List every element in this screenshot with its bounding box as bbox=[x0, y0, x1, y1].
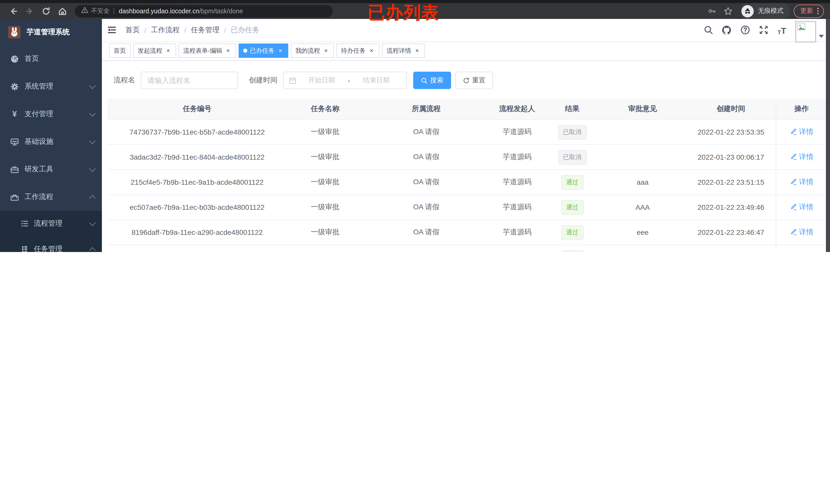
toolbox-icon bbox=[10, 193, 19, 201]
dashboard-icon bbox=[10, 55, 19, 63]
close-icon[interactable]: × bbox=[414, 47, 420, 54]
search-button[interactable]: 搜索 bbox=[413, 72, 451, 89]
breadcrumb-separator: / bbox=[184, 26, 186, 34]
font-size-icon[interactable]: TT bbox=[777, 25, 787, 35]
app-title: 芋道管理系统 bbox=[27, 27, 70, 37]
edit-icon bbox=[790, 178, 797, 186]
tab-form-edit[interactable]: 流程表单-编辑× bbox=[179, 43, 236, 58]
calendar-icon bbox=[289, 76, 296, 84]
search-icon[interactable] bbox=[703, 25, 713, 35]
help-icon[interactable] bbox=[740, 25, 750, 35]
chevron-up-icon bbox=[89, 195, 95, 201]
col-process: 所属流程 bbox=[363, 104, 489, 113]
update-button[interactable]: 更新 bbox=[794, 4, 824, 18]
chevron-down-icon bbox=[89, 219, 95, 226]
sidebar-item-infra[interactable]: 基础设施 bbox=[0, 128, 102, 156]
gear-icon bbox=[10, 82, 19, 91]
home-icon[interactable] bbox=[58, 6, 67, 15]
sidebar-item-workflow[interactable]: 工作流程 bbox=[0, 183, 102, 211]
sidebar-item-label: 基础设施 bbox=[25, 137, 53, 146]
close-icon[interactable]: × bbox=[225, 47, 231, 54]
tab-todo-tasks[interactable]: 待办任务× bbox=[337, 43, 379, 58]
yen-icon: ¥ bbox=[10, 110, 19, 119]
avatar-menu[interactable] bbox=[795, 19, 825, 41]
avatar[interactable] bbox=[795, 21, 816, 42]
not-secure-icon bbox=[81, 6, 89, 16]
breadcrumb-task-mgmt[interactable]: 任务管理 bbox=[191, 25, 220, 35]
reset-button[interactable]: 重置 bbox=[455, 72, 493, 89]
refresh-icon bbox=[463, 77, 470, 83]
address-bar[interactable]: 不安全 dashboard.yudao.iocoder.cn/bpm/task/… bbox=[75, 5, 333, 17]
chevron-down-icon bbox=[89, 82, 95, 89]
forward-icon[interactable] bbox=[25, 6, 34, 15]
detail-button[interactable]: 详情 bbox=[790, 153, 813, 162]
close-icon[interactable]: × bbox=[323, 47, 329, 54]
close-icon[interactable]: × bbox=[368, 47, 375, 54]
incognito-icon bbox=[741, 5, 754, 17]
chevron-up-icon bbox=[89, 247, 95, 252]
tab-process-detail[interactable]: 流程详情× bbox=[382, 43, 425, 58]
breadcrumb-workflow[interactable]: 工作流程 bbox=[151, 25, 180, 35]
tab-start-process[interactable]: 发起流程× bbox=[133, 43, 176, 58]
tab-done-tasks[interactable]: 已办任务× bbox=[238, 43, 288, 58]
breadcrumb: 首页 / 工作流程 / 任务管理 / 已办任务 bbox=[125, 25, 259, 35]
sidebar-item-home[interactable]: 首页 bbox=[0, 45, 102, 73]
sidebar-item-payment[interactable]: ¥ 支付管理 bbox=[0, 100, 102, 128]
sidebar-item-task-mgmt[interactable]: 任务管理 bbox=[0, 236, 102, 252]
breadcrumb-home[interactable]: 首页 bbox=[125, 25, 140, 35]
close-icon[interactable]: × bbox=[277, 47, 284, 54]
detail-button[interactable]: 详情 bbox=[790, 203, 813, 212]
sidebar: 芋道管理系统 首页 系统管理 ¥ 支付管理 基础设施 bbox=[0, 19, 102, 252]
col-comment: 审批意见 bbox=[599, 104, 686, 113]
back-icon[interactable] bbox=[9, 6, 18, 15]
done-task-table: 任务编号 任务名称 所属流程 流程发起人 结果 审批意见 创建时间 操作 747… bbox=[107, 99, 827, 252]
table-row: 74736737-7b9b-11ec-b5b7-acde48001122 一级审… bbox=[107, 120, 827, 145]
filter-form: 流程名 创建时间 开始日期 - 结束日期 搜索 重 bbox=[114, 72, 830, 89]
navbar-actions: TT bbox=[703, 19, 830, 41]
sidebar-item-system[interactable]: 系统管理 bbox=[0, 73, 102, 100]
sidebar-item-label: 任务管理 bbox=[34, 244, 62, 252]
caret-down-icon bbox=[819, 35, 824, 38]
sidebar-toggle-icon[interactable] bbox=[102, 19, 121, 41]
tab-my-process[interactable]: 我的流程× bbox=[291, 43, 334, 58]
end-date-placeholder[interactable]: 结束日期 bbox=[351, 76, 402, 85]
tab-home[interactable]: 首页 bbox=[109, 43, 131, 58]
chevron-down-icon bbox=[89, 137, 95, 144]
github-icon[interactable] bbox=[722, 25, 732, 35]
status-badge: 已取消 bbox=[558, 150, 586, 165]
date-range-picker[interactable]: 开始日期 - 结束日期 bbox=[283, 72, 407, 89]
monitor-icon bbox=[10, 137, 19, 146]
close-icon[interactable]: × bbox=[165, 47, 171, 54]
sidebar-item-devtools[interactable]: 研发工具 bbox=[0, 156, 102, 183]
page-scrollbar[interactable] bbox=[826, 19, 830, 252]
breadcrumb-current: 已办任务 bbox=[231, 25, 259, 35]
fullscreen-icon[interactable] bbox=[758, 25, 769, 35]
process-name-input[interactable] bbox=[141, 72, 238, 89]
logo-row[interactable]: 芋道管理系统 bbox=[0, 19, 102, 45]
detail-button[interactable]: 详情 bbox=[790, 177, 813, 187]
url-host[interactable]: dashboard.yudao.iocoder.cn bbox=[119, 7, 199, 14]
workflow-submenu: 流程管理 任务管理 我的流程 待办任务 已办 bbox=[0, 211, 102, 252]
url-path[interactable]: /bpm/task/done bbox=[199, 7, 243, 14]
table-header: 任务编号 任务名称 所属流程 流程发起人 结果 审批意见 创建时间 操作 bbox=[107, 99, 827, 120]
start-date-placeholder[interactable]: 开始日期 bbox=[296, 76, 347, 85]
reload-icon[interactable] bbox=[41, 6, 51, 15]
sidebar-item-process-mgmt[interactable]: 流程管理 bbox=[0, 211, 102, 236]
create-time-label: 创建时间 bbox=[249, 76, 278, 85]
screen: 不安全 dashboard.yudao.iocoder.cn/bpm/task/… bbox=[0, 0, 830, 252]
col-task-id: 任务编号 bbox=[107, 104, 287, 113]
app-logo bbox=[8, 26, 21, 38]
password-key-icon[interactable] bbox=[707, 6, 716, 15]
security-label[interactable]: 不安全 bbox=[91, 7, 109, 15]
browser-menu-icon[interactable] bbox=[817, 8, 819, 14]
detail-button[interactable]: 详情 bbox=[790, 228, 813, 237]
bookmark-star-icon[interactable] bbox=[724, 6, 733, 15]
status-badge: 通过 bbox=[561, 250, 583, 252]
detail-button[interactable]: 详情 bbox=[790, 127, 813, 137]
incognito-badge: 无痕模式 bbox=[740, 3, 790, 19]
red-annotation-text: 已办列表 bbox=[368, 1, 439, 25]
status-badge: 通过 bbox=[561, 225, 583, 240]
sidebar-item-label: 首页 bbox=[25, 54, 39, 63]
table-row: 3adac3d2-7b9d-11ec-8404-acde48001122 一级审… bbox=[107, 145, 827, 170]
col-result: 结果 bbox=[545, 104, 599, 113]
